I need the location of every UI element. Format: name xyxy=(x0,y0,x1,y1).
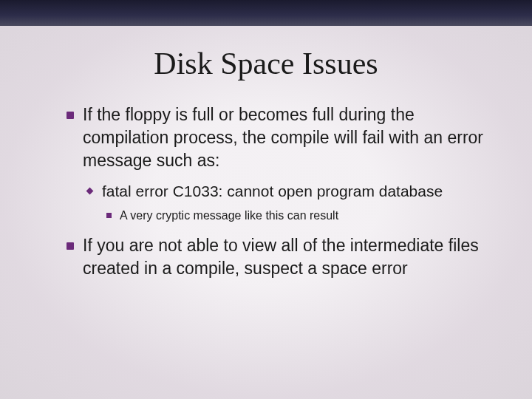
sub-bullet-list: fatal error C1033: cannot open program d… xyxy=(87,181,488,224)
list-item: If the floppy is full or becomes full du… xyxy=(66,103,488,224)
bullet-text: fatal error C1033: cannot open program d… xyxy=(87,181,488,201)
bullet-text: If you are not able to view all of the i… xyxy=(66,234,488,280)
slide-content: If the floppy is full or becomes full du… xyxy=(0,81,532,280)
bullet-text: If the floppy is full or becomes full du… xyxy=(66,103,488,172)
list-item: If you are not able to view all of the i… xyxy=(66,234,488,280)
bullet-list: If the floppy is full or becomes full du… xyxy=(66,103,488,280)
top-decoration-bar xyxy=(0,0,532,26)
list-item: fatal error C1033: cannot open program d… xyxy=(87,181,488,224)
list-item: A very cryptic message like this can res… xyxy=(106,208,488,224)
bullet-text: A very cryptic message like this can res… xyxy=(106,208,488,224)
sub-sub-bullet-list: A very cryptic message like this can res… xyxy=(106,208,488,224)
